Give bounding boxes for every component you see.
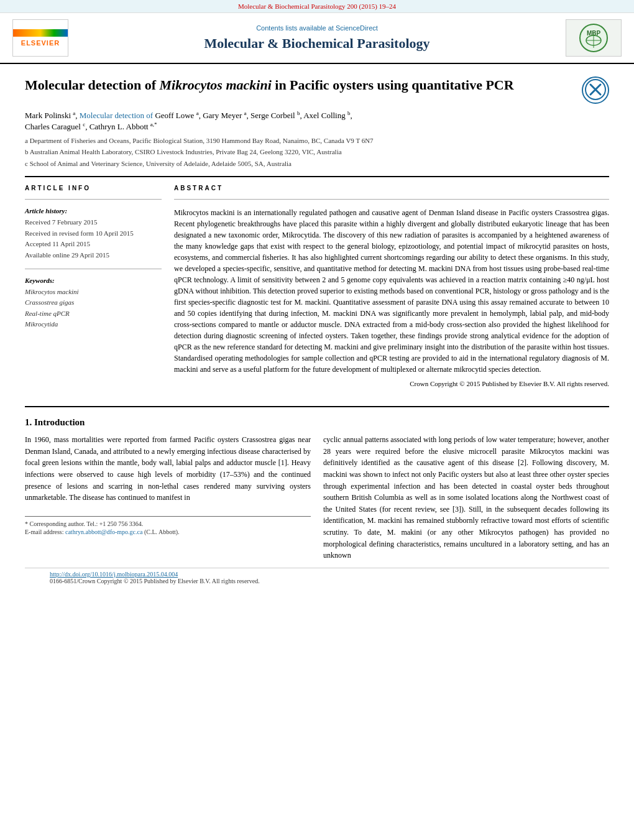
bottom-bar: http://dx.doi.org/10.1016/j.molbiopara.2…: [25, 568, 609, 587]
journal-title: Molecular & Biochemical Parasitology: [68, 35, 566, 52]
abstract-column: ABSTRACT Mikrocytos mackini is an intern…: [174, 185, 609, 387]
logo-stripe: [13, 29, 68, 37]
article-container: Molecular detection of Mikrocytos mackin…: [0, 64, 634, 406]
journal-header: ELSEVIER Contents lists available at Sci…: [0, 13, 634, 64]
article-title: Molecular detection of Mikrocytos mackin…: [25, 76, 572, 95]
intro-two-col: In 1960, mass mortalities were reported …: [25, 434, 609, 561]
journal-reference-bar: Molecular & Biochemical Parasitology 200…: [0, 0, 634, 13]
history-label: Article history:: [25, 207, 162, 215]
affiliations: a Department of Fisheries and Oceans, Pa…: [25, 136, 609, 169]
header-divider: [25, 176, 609, 177]
affiliation-c: c School of Animal and Veterinary Scienc…: [25, 159, 609, 169]
article-body-two-col: ARTICLE INFO Article history: Received 7…: [25, 185, 609, 387]
issn-text: 0166-6851/Crown Copyright © 2015 Publish…: [50, 578, 584, 584]
crossmark-logo: [582, 76, 609, 104]
elsevier-text: ELSEVIER: [21, 39, 60, 47]
footnote-email: E-mail address: cathryn.abbott@dfo-mpo.g…: [25, 528, 311, 535]
footnote-corresponding: * Corresponding author. Tel.: +1 250 756…: [25, 520, 311, 527]
article-title-row: Molecular detection of Mikrocytos mackin…: [25, 76, 609, 104]
abstract-text: Mikrocytos mackini is an internationally…: [174, 207, 609, 375]
article-info-column: ARTICLE INFO Article history: Received 7…: [25, 185, 162, 387]
doi-link[interactable]: http://dx.doi.org/10.1016/j.molbiopara.2…: [50, 571, 178, 578]
author-geoff-lowe: Molecular detection of: [80, 111, 155, 120]
footnote-section: * Corresponding author. Tel.: +1 250 756…: [25, 516, 311, 535]
abstract-divider: [174, 199, 609, 200]
journal-ref-text: Molecular & Biochemical Parasitology 200…: [238, 2, 396, 10]
header-center: Contents lists available at ScienceDirec…: [68, 24, 566, 52]
article-dates: Received 7 February 2015 Received in rev…: [25, 217, 162, 261]
authors-line: Mark Polinski a, Molecular detection of …: [25, 110, 609, 132]
mbp-logo: MBP: [566, 19, 622, 57]
info-divider: [25, 199, 162, 200]
affiliation-b: b Australian Animal Health Laboratory, C…: [25, 147, 609, 157]
keywords-list: Mikrocytos mackini Crassostrea gigas Rea…: [25, 287, 162, 330]
affiliation-a: a Department of Fisheries and Oceans, Pa…: [25, 136, 609, 146]
main-content: 1. Introduction In 1960, mass mortalitie…: [0, 407, 634, 587]
elsevier-logo: ELSEVIER: [12, 19, 68, 57]
introduction-heading: 1. Introduction: [25, 417, 609, 428]
copyright-line: Crown Copyright © 2015 Published by Else…: [174, 380, 609, 387]
intro-text-left: In 1960, mass mortalities were reported …: [25, 434, 311, 504]
intro-col-right: cyclic annual patterns associated with l…: [323, 434, 609, 561]
keywords-label: Keywords:: [25, 277, 162, 284]
article-info-heading: ARTICLE INFO: [25, 185, 162, 192]
abstract-heading: ABSTRACT: [174, 185, 609, 192]
keywords-divider: [25, 269, 162, 269]
contents-line: Contents lists available at ScienceDirec…: [68, 24, 566, 32]
intro-col-left: In 1960, mass mortalities were reported …: [25, 434, 311, 561]
intro-text-right: cyclic annual patterns associated with l…: [323, 434, 609, 561]
